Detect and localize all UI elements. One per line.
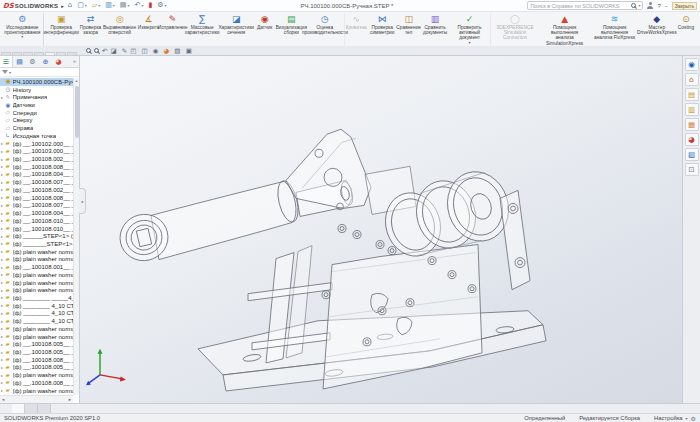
- tab-evaluate[interactable]: [45, 52, 55, 55]
- scroll-left-icon[interactable]: ◂: [2, 397, 4, 402]
- new-file-icon[interactable]: ▢▾: [77, 1, 87, 10]
- clearance-check-button[interactable]: ⇄ Проверка зазора: [79, 13, 103, 46]
- section-properties-button[interactable]: ◪ Характеристики сечения: [220, 13, 253, 46]
- print-icon[interactable]: ▤▾: [120, 1, 130, 10]
- home-icon[interactable]: ⌂: [68, 1, 72, 10]
- tree-item[interactable]: (ф) __.100108.008__ ___STEP<2>: [0, 379, 73, 387]
- forum-icon[interactable]: ⊡: [685, 163, 699, 176]
- tree-item[interactable]: (ф) __.100108.008__ _______: [0, 163, 73, 171]
- tree-item[interactable]: Примечания: [0, 93, 73, 101]
- tree-item[interactable]: Датчики: [0, 101, 73, 109]
- scrollbar-thumb[interactable]: [75, 86, 79, 138]
- zoom-to-area-icon[interactable]: [94, 48, 99, 53]
- hole-alignment-button[interactable]: ◎ Выравнивание отверстий: [103, 13, 137, 46]
- dimxpertmanager-tab[interactable]: ⊕: [39, 56, 52, 67]
- design-study-button[interactable]: ⚙ Исследование проектирования: [2, 13, 43, 46]
- tree-item[interactable]: (ф) plain washer normal grade: [0, 371, 73, 379]
- check-active-document-button[interactable]: ✓ Проверить активный документ: [449, 13, 489, 46]
- compare-documents-button[interactable]: ▥ Сравнить документы: [421, 13, 450, 46]
- tree-item[interactable]: (ф) ________ _____4_10 СТ2Н: [0, 294, 73, 302]
- propertymanager-tab[interactable]: ▤: [13, 56, 26, 67]
- tree-item[interactable]: Спереди: [0, 109, 73, 117]
- tree-item[interactable]: Сверху: [0, 117, 73, 125]
- tab-markup[interactable]: [34, 52, 44, 55]
- 3dexperience-simulation-button[interactable]: ◯ 3DEXPERIENCE Simulation Connection: [490, 13, 540, 46]
- configurationmanager-tab[interactable]: ⚙: [26, 56, 39, 67]
- tree-item[interactable]: (ф) __.100108.007__ ___STEP<2: [0, 202, 73, 210]
- tree-item[interactable]: (ф) __.100108.008__ ___STEP<1>: [0, 356, 73, 364]
- tree-item[interactable]: (ф) ________ 4_10 СТ2Н: [0, 317, 73, 325]
- floxpress-button[interactable]: ≋ Помощник выполнения анализа FloXpress: [590, 13, 640, 46]
- search-icon[interactable]: [631, 3, 636, 8]
- filter-caret-icon[interactable]: ▾: [9, 70, 11, 75]
- interference-check-button[interactable]: ▣ Проверка интерференции: [43, 13, 79, 46]
- file-explorer-icon[interactable]: ▥: [685, 103, 699, 116]
- tree-item[interactable]: (ф) __.100108.004__ _____ST: [0, 171, 73, 179]
- custom-properties-icon[interactable]: ▧: [685, 148, 699, 161]
- curvature-button[interactable]: ∿ Кривизна: [344, 13, 368, 46]
- sensor-button[interactable]: ◉ Датчик: [253, 13, 277, 46]
- view-orientation-icon[interactable]: ◰·: [130, 47, 138, 55]
- tree-item[interactable]: (ф) __.100102.000__ __ ______: [0, 140, 73, 148]
- costing-button[interactable]: ⊙ Costing: [674, 13, 698, 46]
- driveworksxpress-button[interactable]: ◆ Мастер DriveWorksXpress: [640, 13, 674, 46]
- zoom-to-fit-icon[interactable]: [86, 48, 91, 53]
- undo-icon[interactable]: ↶▾: [135, 1, 144, 10]
- display-style-icon[interactable]: ◫·: [141, 47, 149, 55]
- tab-mbd[interactable]: [67, 52, 77, 55]
- tree-item[interactable]: (ф) plain washer normal grade: [0, 271, 73, 279]
- tree-item[interactable]: (ф) plain washer normal grade: [0, 325, 73, 333]
- tree-vertical-scrollbar[interactable]: ▴: [73, 78, 79, 395]
- scroll-right-icon[interactable]: ▸: [69, 397, 71, 402]
- tab-animation1[interactable]: [38, 404, 51, 413]
- performance-evaluation-button[interactable]: ◷ Оценка производительности: [306, 13, 344, 46]
- tree-item[interactable]: (ф) __.100108.005__ ____STEP<1: [0, 340, 73, 348]
- markup-button[interactable]: ✎ Исправление: [161, 13, 185, 46]
- open-file-icon[interactable]: ▱▾: [92, 1, 100, 10]
- symmetry-check-button[interactable]: ⋈ Проверка симметрии: [368, 13, 397, 46]
- login-user-icon[interactable]: [647, 2, 653, 9]
- tree-filter-bar[interactable]: ▾: [0, 68, 79, 77]
- tree-item[interactable]: (ф) plain washer normal grade: [0, 333, 73, 341]
- simulationxpress-button[interactable]: ▲ Помощник выполнения анализа Simulation…: [540, 13, 590, 46]
- displaymanager-tab[interactable]: ◕: [52, 56, 65, 67]
- tree-item[interactable]: (ф) __.100103.000__ __ _____): [0, 147, 73, 155]
- mass-properties-button[interactable]: ∑ Массовые характеристики: [185, 13, 220, 46]
- tree-item[interactable]: (ф) __.100108.002__ ________: [0, 155, 73, 163]
- tree-item[interactable]: (ф) __.100108.010__ ______,: [0, 225, 73, 233]
- gear-icon[interactable]: ⚙: [691, 415, 696, 422]
- save-icon[interactable]: ▥▾: [105, 1, 115, 10]
- graphics-viewport[interactable]: [80, 56, 682, 403]
- appearances-icon[interactable]: ◕: [685, 133, 699, 146]
- tree-item[interactable]: History: [0, 86, 73, 94]
- previous-view-icon[interactable]: ↶: [102, 47, 107, 55]
- tree-item[interactable]: (ф) __.100108.010__ _______: [0, 217, 73, 225]
- tree-item[interactable]: (ф) plain washer normal grade: [0, 256, 73, 264]
- rebuild-icon[interactable]: ▮: [148, 1, 152, 10]
- help-button[interactable]: ?: [657, 3, 660, 9]
- tree-item[interactable]: (ф) ________ 4_10 СТ2Н: [0, 310, 73, 318]
- featuremanager-tree-tab[interactable]: ☰: [0, 56, 13, 67]
- scroll-up-icon[interactable]: ▴: [75, 78, 77, 83]
- tree-item[interactable]: (ф) __.100108.005__ ___STEP<2: [0, 348, 73, 356]
- dynamic-annotation-icon[interactable]: ✎: [122, 47, 127, 55]
- edit-appearance-icon[interactable]: ◕·: [164, 47, 172, 55]
- view-palette-icon[interactable]: ▦: [685, 118, 699, 131]
- view-settings-icon[interactable]: ▣·: [186, 47, 194, 55]
- settings-menu[interactable]: Настройка ▾ ⚙: [654, 415, 696, 422]
- tab-3d-views[interactable]: [25, 404, 38, 413]
- hide-show-items-icon[interactable]: ◉·: [153, 47, 161, 55]
- search-caret-icon[interactable]: ▾: [638, 3, 640, 8]
- tree-item[interactable]: (ф) __.100108.004__ ____ST: [0, 209, 73, 217]
- tab-assembly[interactable]: [1, 52, 11, 55]
- compare-bodies-button[interactable]: ◫ Сравнение тел: [397, 13, 421, 46]
- tree-item[interactable]: (ф) __.100108.007__ __STEP<1: [0, 178, 73, 186]
- tab-addins[interactable]: [56, 52, 66, 55]
- tree-item[interactable]: (ф) __.100108.005__ _____-01.STE: [0, 364, 73, 372]
- tree-horizontal-scrollbar[interactable]: ◂ ▸: [0, 395, 73, 403]
- design-library-icon[interactable]: ▤: [685, 88, 699, 101]
- solidworks-resources-icon[interactable]: ⌂: [685, 73, 699, 86]
- tree-item[interactable]: (ф) __.100108.002__ ________: [0, 186, 73, 194]
- 3dexperience-marketplace-icon[interactable]: ◉: [685, 58, 699, 71]
- more-tabs-arrow[interactable]: »: [73, 56, 78, 67]
